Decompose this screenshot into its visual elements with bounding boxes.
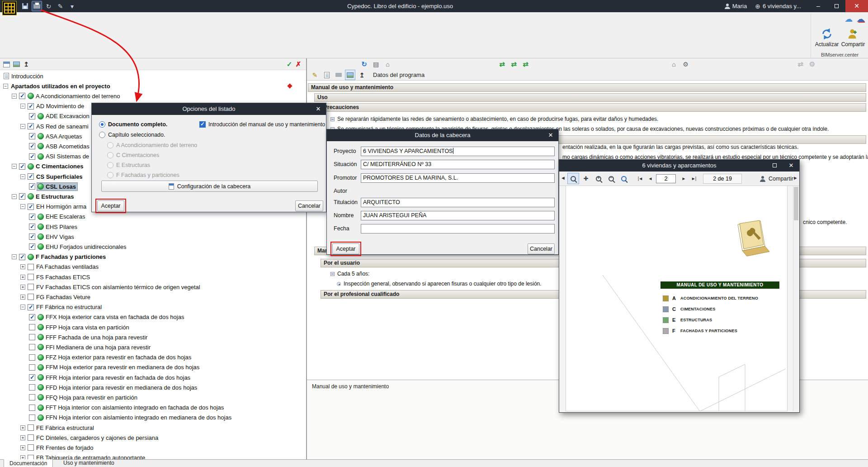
project-menu[interactable]: ⊕ 6 viviendas y... [755, 3, 801, 10]
accept-button[interactable]: Aceptar [332, 243, 359, 254]
expander-icon[interactable]: − [20, 204, 25, 209]
menu-dropdown-icon[interactable]: ▾ [67, 1, 77, 11]
new-page-icon[interactable] [321, 70, 332, 80]
tree-item[interactable]: FFQ Hoja para revestir en partición [0, 392, 306, 402]
tree-checkbox[interactable] [29, 415, 35, 421]
expander-icon[interactable]: + [20, 275, 25, 280]
export-up-icon[interactable]: ↥ [22, 60, 31, 69]
print-preview-icon[interactable] [2, 60, 11, 69]
tree-checkbox[interactable] [29, 143, 35, 149]
tree-checkbox[interactable] [29, 214, 35, 220]
expander-icon[interactable]: + [20, 435, 25, 440]
last-page-icon[interactable]: ►| [688, 173, 699, 184]
zoom-region-icon[interactable] [567, 173, 579, 184]
program-data-icon[interactable]: ↻ [359, 59, 369, 69]
pdf-share-button[interactable]: Compartir [760, 173, 793, 184]
tree-checkbox[interactable] [28, 123, 34, 129]
expander-icon[interactable]: + [20, 445, 25, 450]
match-left-icon[interactable]: ⇄ [497, 59, 507, 69]
tree-item[interactable]: FFZ Hoja exterior para revestir en facha… [0, 353, 306, 362]
tree-checkbox[interactable] [29, 384, 35, 391]
field-input[interactable]: C/ MEDITERRÁNEO Nº 33 [361, 160, 555, 169]
radio-full-document[interactable]: Documento completo. [99, 121, 167, 128]
check-intro-manual[interactable]: Introducción del manual de uso y manteni… [199, 121, 325, 128]
tree-checkbox[interactable] [28, 173, 34, 180]
tree-checkbox[interactable] [28, 455, 34, 459]
cancel-button[interactable]: Cancelar [295, 200, 323, 211]
close-icon[interactable]: ✕ [311, 103, 326, 115]
tree-checkbox[interactable] [28, 304, 34, 310]
tree-checkbox[interactable] [29, 405, 35, 411]
pdf-scrollbar[interactable] [793, 186, 799, 411]
expander-icon[interactable]: + [20, 455, 25, 459]
edit-icon[interactable]: ✎ [55, 1, 66, 11]
zoom-in-icon[interactable]: + [593, 173, 604, 184]
tree-checkbox[interactable] [29, 334, 35, 340]
field-input[interactable]: ARQUITECTO [361, 198, 555, 207]
tree-checkbox[interactable] [19, 193, 25, 200]
page-number-input[interactable]: 2 [656, 174, 676, 183]
expander-icon[interactable]: − [3, 84, 8, 89]
header-dialog-titlebar[interactable]: Datos de la cabecera ✕ [327, 129, 558, 141]
tree-item[interactable]: FFX Hoja exterior cara vista en fachada … [0, 312, 306, 322]
gallery-icon[interactable] [12, 60, 21, 69]
field-input[interactable]: 6 VIVIENDAS Y APARCAMIENTOS [361, 147, 555, 156]
tree-item[interactable]: FFT Hoja interior con aislamiento integr… [0, 403, 306, 413]
close-icon[interactable]: ✕ [543, 129, 558, 141]
expander-icon[interactable]: + [20, 425, 25, 430]
toolbar-scroll-right-icon[interactable]: ► [793, 175, 798, 181]
expander-icon[interactable]: − [20, 124, 25, 129]
edit-doc-icon[interactable]: ✎ [310, 70, 320, 80]
tree-item[interactable]: +FR Frentes de forjado [0, 443, 306, 453]
images-icon[interactable] [345, 70, 355, 80]
tree-checkbox[interactable] [29, 344, 35, 350]
report-config-icon[interactable]: ↻ [43, 1, 54, 11]
tree-checkbox[interactable] [29, 243, 35, 250]
tree-item[interactable]: +FE Fábrica estructural [0, 423, 306, 433]
tree-item[interactable]: +FG Fachadas Veture [0, 292, 306, 302]
cancel-icon[interactable]: ✗ [294, 60, 303, 69]
tree-item[interactable]: −A Acondicionamiento del terreno [0, 91, 306, 101]
tree-item[interactable]: FFN Hoja interior con aislamiento integr… [0, 413, 306, 423]
tree-item[interactable]: −Apartados utilizados en el proyecto [0, 81, 306, 91]
tree-item[interactable]: FFR Hoja interior para revestir en facha… [0, 372, 306, 382]
zoom-out-icon[interactable]: − [605, 173, 617, 184]
expander-icon[interactable]: − [12, 94, 17, 99]
maximize-button[interactable] [827, 0, 845, 12]
tree-checkbox[interactable] [28, 444, 34, 451]
update-building-icon[interactable]: ⌂ [669, 59, 679, 69]
expander-icon[interactable]: − [20, 305, 25, 310]
tree-item[interactable]: EHV Vigas [0, 232, 306, 242]
maximize-button[interactable] [768, 160, 782, 172]
print-listing-icon[interactable] [32, 1, 42, 11]
minimize-button[interactable]: – [809, 0, 827, 12]
pdf-titlebar[interactable]: 6 viviendas y aparcamientos ✕ [559, 160, 799, 172]
building-icon[interactable]: ⌂ [382, 59, 393, 69]
expander-icon[interactable]: + [20, 264, 25, 269]
tree-checkbox[interactable] [28, 434, 34, 441]
tree-checkbox[interactable] [29, 324, 35, 330]
radio-selected-chapter[interactable]: Capítulo seleccionado. [99, 132, 165, 138]
tree-checkbox[interactable] [28, 264, 34, 270]
share-button[interactable]: Compartir [840, 28, 866, 48]
tree-item[interactable]: Introducción [0, 71, 306, 81]
prev-page-icon[interactable]: ◄ [644, 173, 656, 184]
tree-checkbox[interactable] [29, 183, 35, 190]
expander-icon[interactable]: + [20, 285, 25, 290]
close-button[interactable]: ✕ [845, 0, 868, 12]
tree-item[interactable]: FFI Medianera de una hoja para revestir [0, 342, 306, 352]
tree-checkbox[interactable] [19, 163, 25, 170]
scrollbar-thumb[interactable] [794, 187, 798, 220]
match-right-icon[interactable]: ⇄ [520, 59, 531, 69]
tree-item[interactable]: EHE Escaleras [0, 212, 306, 222]
expander-icon[interactable]: + [20, 295, 25, 300]
tree-item[interactable]: +FS Fachadas ETICS [0, 272, 306, 282]
print-icon[interactable] [333, 70, 344, 80]
header-config-button[interactable]: Configuración de la cabecera [101, 181, 318, 192]
tree-checkbox[interactable] [28, 294, 34, 300]
tree-checkbox[interactable] [29, 113, 35, 119]
expander-icon[interactable]: − [12, 164, 17, 169]
field-input[interactable]: JUAN ARISTEGUI PEÑA [361, 211, 555, 220]
tree-item[interactable]: +FA Fachadas ventiladas [0, 262, 306, 272]
confirm-icon[interactable]: ✓ [285, 60, 294, 69]
